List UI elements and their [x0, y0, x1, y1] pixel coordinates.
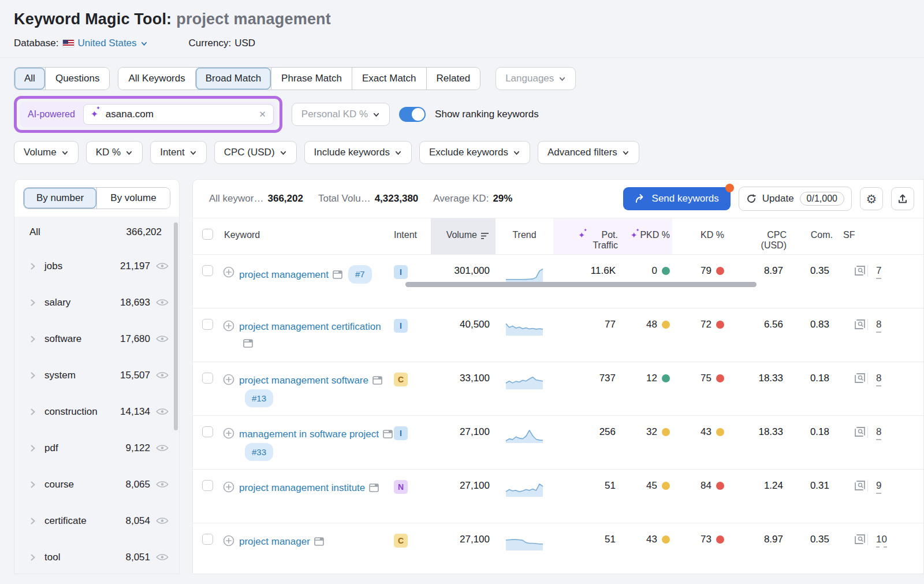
- intent-badge[interactable]: C: [394, 373, 408, 386]
- eye-icon[interactable]: [156, 371, 169, 380]
- intent-badge[interactable]: I: [394, 426, 408, 440]
- filter-include-keywords[interactable]: Include keywords: [304, 141, 412, 164]
- keyword-search-field[interactable]: ✦ ✕: [83, 104, 274, 125]
- group-all-row[interactable]: All 366,202: [14, 217, 177, 248]
- sidebar-group-software[interactable]: software17,680: [14, 321, 177, 357]
- serp-window-icon[interactable]: [383, 430, 393, 438]
- add-circle-icon[interactable]: [223, 481, 234, 497]
- column-header-pkd[interactable]: ✦ PKD %: [621, 218, 672, 254]
- serp-results-icon[interactable]: [854, 426, 867, 438]
- eye-icon[interactable]: [156, 298, 169, 307]
- sidebar-toggle-by-volume[interactable]: By volume: [96, 188, 170, 209]
- tab-related[interactable]: Related: [426, 68, 480, 90]
- row-checkbox[interactable]: [202, 373, 213, 384]
- sf-count-link[interactable]: 8: [876, 319, 881, 333]
- languages-dropdown[interactable]: Languages: [495, 67, 576, 90]
- tab-broad-match[interactable]: Broad Match: [195, 68, 271, 90]
- chevron-down-icon[interactable]: [140, 40, 147, 47]
- sidebar-scrollbar[interactable]: [174, 222, 178, 430]
- serp-results-icon[interactable]: [854, 319, 867, 330]
- update-button[interactable]: Update 0/1,000: [739, 187, 852, 211]
- sidebar-group-course[interactable]: course8,065: [14, 466, 177, 503]
- chevron-right-icon[interactable]: [29, 481, 36, 489]
- column-header-intent[interactable]: Intent: [394, 226, 417, 240]
- row-checkbox[interactable]: [202, 534, 213, 545]
- add-circle-icon[interactable]: [223, 266, 234, 284]
- sidebar-group-jobs[interactable]: jobs21,197: [14, 248, 177, 284]
- serp-window-icon[interactable]: [372, 376, 382, 385]
- sf-count-link[interactable]: 8: [876, 373, 881, 386]
- chevron-right-icon[interactable]: [29, 262, 36, 270]
- tab-all-keywords[interactable]: All Keywords: [118, 68, 195, 90]
- tab-all[interactable]: All: [14, 68, 45, 90]
- serp-window-icon[interactable]: [314, 537, 324, 546]
- sidebar-group-tool[interactable]: tool8,051: [14, 539, 177, 574]
- eye-icon[interactable]: [156, 516, 169, 525]
- add-circle-icon[interactable]: [223, 535, 234, 550]
- keyword-link[interactable]: management in software project#33: [239, 426, 394, 462]
- filter-volume[interactable]: Volume: [14, 141, 79, 164]
- serp-window-icon[interactable]: [369, 483, 379, 492]
- row-checkbox[interactable]: [202, 480, 213, 491]
- sidebar-group-construction[interactable]: construction14,134: [14, 393, 177, 430]
- keyword-link[interactable]: project management#7: [239, 265, 372, 284]
- clear-search-button[interactable]: ✕: [259, 109, 266, 120]
- column-header-pot-traffic[interactable]: ✦ Pot. Traffic: [553, 218, 621, 254]
- chevron-right-icon[interactable]: [29, 371, 36, 380]
- sf-count-link[interactable]: 10: [876, 534, 887, 548]
- row-checkbox[interactable]: [202, 426, 213, 437]
- export-button[interactable]: [891, 187, 914, 210]
- serp-results-icon[interactable]: [854, 265, 867, 277]
- ranking-position-badge[interactable]: #13: [245, 389, 273, 408]
- settings-button[interactable]: ⚙: [860, 187, 883, 210]
- keyword-link[interactable]: project management institute: [239, 480, 379, 497]
- filter-exclude-keywords[interactable]: Exclude keywords: [419, 141, 530, 164]
- serp-window-icon[interactable]: [243, 339, 253, 348]
- ranking-position-badge[interactable]: #7: [348, 265, 372, 284]
- chevron-right-icon[interactable]: [29, 335, 36, 343]
- chevron-right-icon[interactable]: [29, 444, 36, 452]
- ranking-position-badge[interactable]: #33: [245, 443, 273, 462]
- eye-icon[interactable]: [156, 262, 169, 270]
- filter-kd-[interactable]: KD %: [86, 141, 143, 164]
- search-input[interactable]: [106, 109, 254, 120]
- add-circle-icon[interactable]: [223, 427, 234, 462]
- row-checkbox[interactable]: [202, 265, 213, 276]
- serp-results-icon[interactable]: [854, 480, 867, 492]
- add-circle-icon[interactable]: [223, 320, 234, 352]
- sidebar-group-system[interactable]: system15,507: [14, 357, 177, 393]
- eye-icon[interactable]: [156, 553, 169, 561]
- serp-results-icon[interactable]: [854, 534, 867, 545]
- keyword-link[interactable]: project management certification: [239, 319, 394, 352]
- filter-intent[interactable]: Intent: [150, 141, 207, 164]
- sidebar-toggle-by-number[interactable]: By number: [24, 188, 96, 209]
- column-header-trend[interactable]: Trend: [512, 226, 536, 240]
- horizontal-scrollbar[interactable]: [405, 282, 757, 287]
- intent-badge[interactable]: I: [394, 265, 408, 279]
- serp-window-icon[interactable]: [333, 270, 342, 279]
- sidebar-group-salary[interactable]: salary18,693: [14, 284, 177, 321]
- select-all-checkbox[interactable]: [202, 229, 213, 240]
- eye-icon[interactable]: [156, 444, 169, 452]
- sf-count-link[interactable]: 8: [876, 426, 881, 440]
- send-keywords-button[interactable]: Send keywords: [623, 187, 731, 210]
- eye-icon[interactable]: [156, 334, 169, 343]
- show-ranking-toggle[interactable]: [399, 107, 426, 122]
- sf-count-link[interactable]: 9: [876, 480, 881, 494]
- chevron-right-icon[interactable]: [29, 408, 36, 416]
- intent-badge[interactable]: N: [394, 480, 408, 494]
- sidebar-group-certificate[interactable]: certificate8,054: [14, 503, 177, 539]
- filter-advanced-filters[interactable]: Advanced filters: [538, 141, 639, 164]
- eye-icon[interactable]: [156, 480, 169, 489]
- intent-badge[interactable]: C: [394, 534, 408, 548]
- tab-phrase-match[interactable]: Phrase Match: [271, 68, 352, 90]
- add-circle-icon[interactable]: [223, 374, 234, 408]
- personal-kd-dropdown[interactable]: Personal KD %: [292, 103, 390, 126]
- sidebar-group-pdf[interactable]: pdf9,122: [14, 430, 177, 466]
- keyword-link[interactable]: project manager: [239, 534, 324, 550]
- chevron-right-icon[interactable]: [29, 517, 36, 525]
- column-header-volume[interactable]: Volume: [431, 218, 495, 254]
- serp-results-icon[interactable]: [854, 373, 867, 384]
- database-select[interactable]: United States: [78, 38, 137, 49]
- row-checkbox[interactable]: [202, 319, 213, 330]
